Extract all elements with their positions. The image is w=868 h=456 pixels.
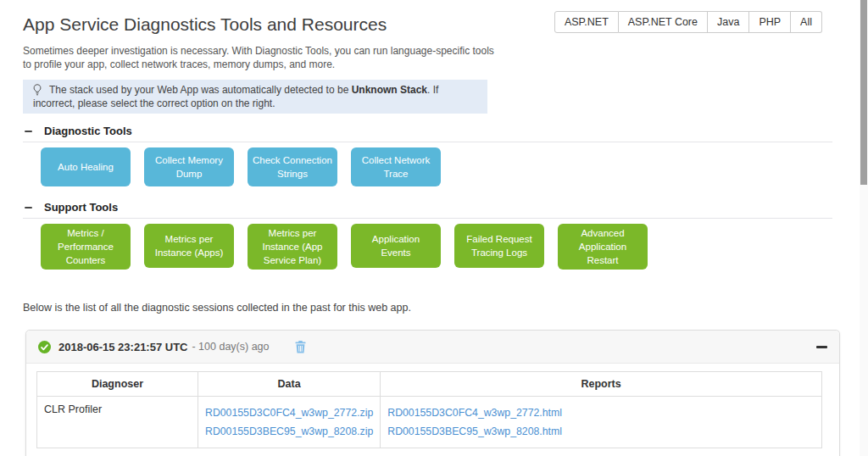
support-tools-row: Metrics / Performance Counters Metrics p… <box>41 224 868 270</box>
table-row: CLR Profiler RD00155D3C0FC4_w3wp_2772.zi… <box>37 397 822 448</box>
column-header-data: Data <box>198 372 381 397</box>
diagnostic-tools-row: Auto Healing Collect Memory Dump Check C… <box>41 147 868 186</box>
collapse-minus-icon <box>25 131 32 132</box>
table-header-row: Diagnoser Data Reports <box>37 372 822 397</box>
banner-stack-name: Unknown Stack <box>352 84 427 96</box>
scrollbar-thumb[interactable] <box>860 0 867 185</box>
stack-filter-aspnet-core[interactable]: ASP.NET Core <box>619 11 708 33</box>
support-button-metrics-performance-counters[interactable]: Metrics / Performance Counters <box>41 224 131 270</box>
data-file-link[interactable]: RD00155D3C0FC4_w3wp_2772.zip <box>205 403 373 422</box>
report-file-link[interactable]: RD00155D3C0FC4_w3wp_2772.html <box>387 403 815 422</box>
support-button-advanced-application-restart[interactable]: Advanced Application Restart <box>558 224 648 270</box>
scrollbar-track[interactable] <box>860 0 868 456</box>
column-header-reports: Reports <box>381 372 822 397</box>
collapse-session-button[interactable] <box>816 346 827 348</box>
data-file-link[interactable]: RD00155D3BEC95_w3wp_8208.zip <box>205 422 373 441</box>
session-card-body: Diagnoser Data Reports CLR Profiler RD00… <box>26 364 839 456</box>
support-button-application-events[interactable]: Application Events <box>351 224 441 268</box>
section-title: Support Tools <box>44 201 118 214</box>
collapse-minus-icon <box>25 207 32 209</box>
stack-filter-java[interactable]: Java <box>708 11 749 33</box>
report-file-link[interactable]: RD00155D3BEC95_w3wp_8208.html <box>387 422 815 441</box>
reports-cell: RD00155D3C0FC4_w3wp_2772.html RD00155D3B… <box>381 397 822 448</box>
section-header-diagnostic-tools[interactable]: Diagnostic Tools <box>25 125 868 137</box>
stack-filter-php[interactable]: PHP <box>749 11 791 33</box>
section-title: Diagnostic Tools <box>44 125 132 137</box>
lightbulb-icon <box>33 84 42 96</box>
support-button-metrics-per-instance-apps[interactable]: Metrics per Instance (Apps) <box>144 224 234 268</box>
tool-button-auto-healing[interactable]: Auto Healing <box>41 147 131 186</box>
support-button-metrics-per-instance-app-service-plan[interactable]: Metrics per Instance (App Service Plan) <box>248 224 337 270</box>
banner-text-prefix: The stack used by your Web App was autom… <box>49 84 352 96</box>
tool-button-collect-network-trace[interactable]: Collect Network Trace <box>351 147 441 186</box>
session-table: Diagnoser Data Reports CLR Profiler RD00… <box>36 371 822 448</box>
success-check-icon <box>38 341 51 353</box>
tool-button-check-connection-strings[interactable]: Check Connection Strings <box>248 147 337 186</box>
section-divider <box>23 218 832 219</box>
session-card-header: 2018-06-15 23:21:57 UTC - 100 day(s) ago <box>26 331 839 364</box>
page-description: Sometimes deeper investigation is necess… <box>23 44 498 71</box>
tool-button-collect-memory-dump[interactable]: Collect Memory Dump <box>144 147 234 186</box>
trash-icon <box>295 341 306 353</box>
sessions-intro-text: Below is the list of all the diagnostic … <box>23 302 868 314</box>
column-header-diagnoser: Diagnoser <box>37 372 198 397</box>
section-header-support-tools[interactable]: Support Tools <box>25 201 868 214</box>
stack-filter-group: ASP.NET ASP.NET Core Java PHP All <box>554 11 822 33</box>
session-timestamp: 2018-06-15 23:21:57 UTC <box>58 341 187 353</box>
diagnoser-cell: CLR Profiler <box>37 397 198 448</box>
section-divider <box>23 142 832 142</box>
data-cell: RD00155D3C0FC4_w3wp_2772.zip RD00155D3BE… <box>198 397 381 448</box>
stack-filter-aspnet[interactable]: ASP.NET <box>554 11 619 33</box>
main-content: App Service Diagnostics Tools and Resour… <box>0 14 868 456</box>
delete-session-button[interactable] <box>295 341 306 353</box>
session-age: - 100 day(s) ago <box>192 341 269 353</box>
session-card: 2018-06-15 23:21:57 UTC - 100 day(s) ago <box>25 330 840 456</box>
stack-filter-all[interactable]: All <box>791 11 822 33</box>
stack-detection-banner: The stack used by your Web App was autom… <box>23 80 487 114</box>
support-button-failed-request-tracing-logs[interactable]: Failed Request Tracing Logs <box>454 224 544 268</box>
